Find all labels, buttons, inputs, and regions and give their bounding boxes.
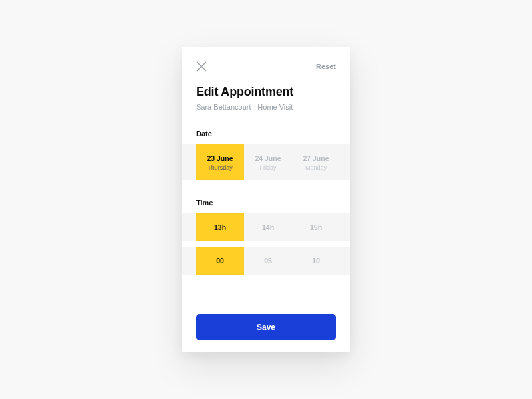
heading: Edit Appointment Sara Bettancourt - Home…: [182, 72, 350, 111]
minute-option[interactable]: 05: [244, 247, 292, 275]
date-option-date: 23 June: [207, 154, 233, 162]
date-option-date: 27 June: [303, 154, 329, 162]
date-option[interactable]: 23 June Thursday: [196, 144, 244, 180]
minute-option[interactable]: 10: [292, 247, 340, 275]
date-section: Date 23 June Thursday 24 June Friday 27 …: [182, 130, 350, 180]
minute-option[interactable]: 00: [196, 247, 244, 275]
close-icon[interactable]: [196, 61, 207, 72]
footer: Save: [182, 314, 350, 340]
minute-option-value: 10: [312, 257, 320, 265]
hour-picker-strip[interactable]: 13h 14h 15h: [182, 213, 350, 241]
date-picker-strip[interactable]: 23 June Thursday 24 June Friday 27 June …: [182, 144, 350, 180]
minute-picker-strip[interactable]: 00 05 10: [182, 247, 350, 275]
date-option-day: Monday: [305, 164, 327, 171]
spacer: [182, 275, 350, 314]
topbar: Reset: [182, 61, 350, 72]
date-option[interactable]: 27 June Monday: [292, 144, 340, 180]
save-button[interactable]: Save: [196, 314, 336, 340]
date-option-date: 24 June: [255, 154, 281, 162]
page-title: Edit Appointment: [196, 85, 336, 99]
page-subtitle: Sara Bettancourt - Home Visit: [196, 103, 336, 111]
date-option-day: Friday: [259, 164, 276, 171]
date-option[interactable]: 24 June Friday: [244, 144, 292, 180]
hour-option[interactable]: 14h: [244, 213, 292, 241]
hour-option-value: 14h: [262, 223, 274, 231]
reset-button[interactable]: Reset: [316, 63, 336, 70]
hour-option-value: 13h: [214, 223, 226, 231]
time-section: Time 13h 14h 15h 00 05 10: [182, 199, 350, 275]
minute-option-value: 00: [216, 257, 224, 265]
date-option-day: Thursday: [207, 164, 233, 171]
hour-option[interactable]: 13h: [196, 213, 244, 241]
hour-option-value: 15h: [310, 223, 322, 231]
hour-option[interactable]: 15h: [292, 213, 340, 241]
appointment-edit-panel: Reset Edit Appointment Sara Bettancourt …: [182, 47, 350, 352]
date-label: Date: [182, 130, 350, 138]
time-label: Time: [182, 199, 350, 207]
minute-option-value: 05: [264, 257, 272, 265]
